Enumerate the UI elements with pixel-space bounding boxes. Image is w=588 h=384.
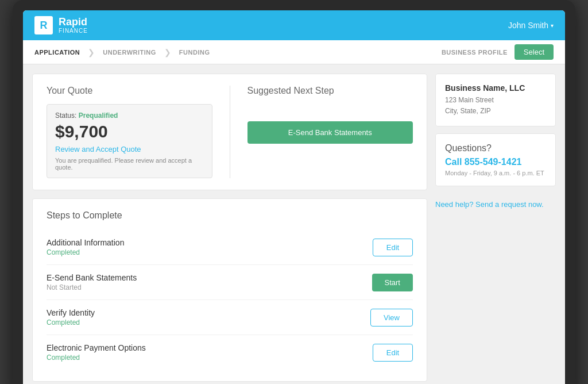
step-info: E-Send Bank StatementsNot Started: [47, 273, 137, 291]
nav-right: BUSINESS PROFILE Select: [442, 44, 554, 60]
step-button[interactable]: Edit: [373, 344, 413, 362]
nav-arrow-1: ❯: [88, 48, 95, 57]
logo-area: R Rapid FINANCE: [34, 16, 88, 34]
device-screen: R Rapid FINANCE John Smith ▾ APPLICATION…: [23, 10, 565, 384]
brand-sub: FINANCE: [59, 28, 88, 34]
step-item: Electronic Payment OptionsCompletedEdit: [47, 335, 413, 370]
step-status: Not Started: [47, 283, 137, 291]
main-layout: Your Quote Status: Prequalified $9,700 R…: [23, 64, 565, 384]
status-line: Status: Prequalified: [55, 112, 204, 120]
e-send-bank-statements-button[interactable]: E-Send Bank Statements: [247, 121, 413, 144]
steps-title: Steps to Complete: [47, 210, 413, 221]
step-info: Additional InformationCompleted: [47, 238, 124, 256]
quote-card: Your Quote Status: Prequalified $9,700 R…: [32, 74, 427, 190]
step-button[interactable]: Start: [372, 274, 413, 291]
step-name: Electronic Payment Options: [47, 343, 146, 352]
your-quote-title: Your Quote: [47, 86, 212, 96]
logo-text: Rapid FINANCE: [59, 17, 88, 34]
quote-right: Suggested Next Step E-Send Bank Statemen…: [247, 86, 413, 178]
select-button[interactable]: Select: [514, 44, 554, 60]
step-item: E-Send Bank StatementsNot StartedStart: [47, 265, 413, 300]
user-menu[interactable]: John Smith ▾: [508, 21, 554, 30]
quote-section: Your Quote Status: Prequalified $9,700 R…: [47, 86, 413, 178]
step-button[interactable]: View: [370, 309, 413, 327]
quote-description: You are prequalified. Please review and …: [55, 157, 204, 171]
nav-bar: APPLICATION ❯ UNDERWRITING ❯ FUNDING BUS…: [23, 40, 565, 64]
quote-divider: [230, 86, 230, 178]
nav-step-underwriting[interactable]: UNDERWRITING: [103, 49, 156, 56]
step-name: Additional Information: [47, 238, 124, 247]
step-status: Completed: [47, 248, 124, 256]
nav-step-funding[interactable]: FUNDING: [179, 49, 210, 56]
address-line2: City, State, ZIP: [445, 107, 491, 115]
status-label: Status:: [55, 112, 76, 120]
quote-box: Status: Prequalified $9,700 Review and A…: [47, 104, 212, 178]
step-info: Electronic Payment OptionsCompleted: [47, 343, 146, 362]
quote-left: Your Quote Status: Prequalified $9,700 R…: [47, 86, 212, 178]
questions-card: Questions? Call 855-549-1421 Monday - Fr…: [435, 133, 556, 186]
brand-name: Rapid: [59, 17, 88, 28]
sidebar: Business Name, LLC 123 Main Street City,…: [435, 74, 556, 382]
nav-arrow-2: ❯: [164, 48, 171, 57]
step-name: E-Send Bank Statements: [47, 273, 137, 282]
business-name: Business Name, LLC: [445, 83, 546, 93]
device-frame: R Rapid FINANCE John Smith ▾ APPLICATION…: [13, 0, 575, 384]
business-profile-card: Business Name, LLC 123 Main Street City,…: [435, 74, 556, 126]
quote-amount: $9,700: [55, 122, 204, 141]
logo-icon: R: [34, 16, 53, 34]
questions-phone: Call 855-549-1421: [445, 157, 546, 167]
step-button[interactable]: Edit: [373, 239, 413, 256]
business-address: 123 Main Street City, State, ZIP: [445, 95, 546, 117]
main-content: Your Quote Status: Prequalified $9,700 R…: [32, 74, 427, 382]
address-line1: 123 Main Street: [445, 96, 494, 104]
step-info: Verify IdentityCompleted: [47, 308, 95, 327]
suggested-next-step-title: Suggested Next Step: [247, 86, 334, 96]
step-status: Completed: [47, 354, 146, 362]
step-name: Verify Identity: [47, 308, 95, 317]
steps-card: Steps to Complete Additional Information…: [32, 198, 427, 382]
review-accept-link[interactable]: Review and Accept Quote: [55, 145, 204, 153]
questions-hours: Monday - Friday, 9 a.m. - 6 p.m. ET: [445, 170, 546, 176]
header: R Rapid FINANCE John Smith ▾: [23, 10, 565, 40]
step-item: Additional InformationCompletedEdit: [47, 230, 413, 265]
step-status: Completed: [47, 318, 95, 327]
nav-step-application[interactable]: APPLICATION: [34, 49, 80, 56]
chevron-down-icon: ▾: [551, 22, 554, 29]
user-name: John Smith: [508, 21, 548, 30]
status-value: Prequalified: [79, 112, 118, 120]
questions-title: Questions?: [445, 143, 546, 153]
nav-steps: APPLICATION ❯ UNDERWRITING ❯ FUNDING: [34, 48, 442, 57]
help-link[interactable]: Need help? Send a request now.: [435, 193, 556, 216]
step-item: Verify IdentityCompletedView: [47, 300, 413, 335]
steps-list: Additional InformationCompletedEditE-Sen…: [47, 230, 413, 370]
business-profile-label: BUSINESS PROFILE: [442, 49, 508, 56]
